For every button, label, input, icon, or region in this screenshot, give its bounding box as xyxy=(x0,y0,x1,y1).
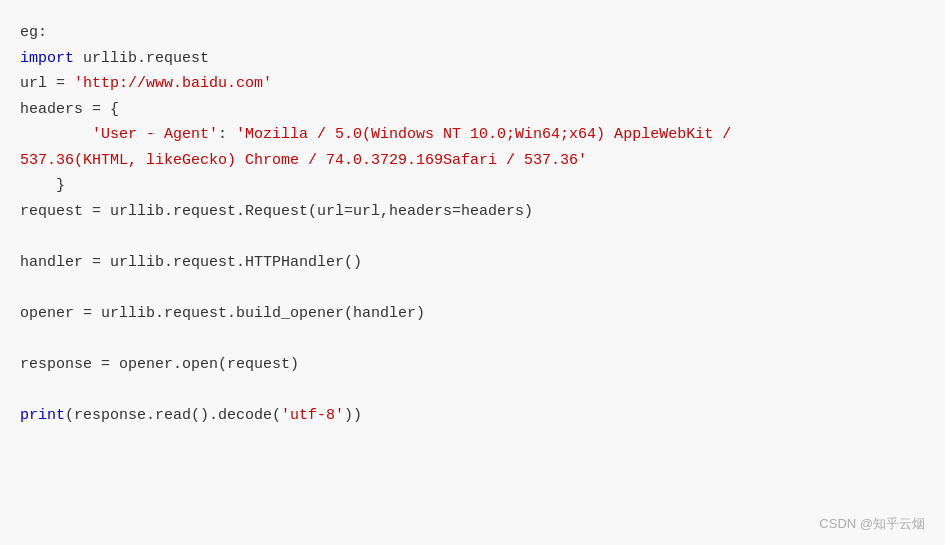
line-url: url = 'http://www.baidu.com' xyxy=(20,71,925,97)
watermark: CSDN @知乎云烟 xyxy=(819,515,925,533)
line-response: response = opener.open(request) xyxy=(20,352,925,378)
line-headers-open: headers = { xyxy=(20,97,925,123)
line-blank4 xyxy=(20,377,925,403)
line-user-agent: 'User - Agent': 'Mozilla / 5.0(Windows N… xyxy=(20,122,925,148)
code-container: eg: import urllib.request url = 'http://… xyxy=(0,0,945,545)
line-request: request = urllib.request.Request(url=url… xyxy=(20,199,925,225)
line-print: print(response.read().decode('utf-8')) xyxy=(20,403,925,429)
line-opener: opener = urllib.request.build_opener(han… xyxy=(20,301,925,327)
line-eg: eg: xyxy=(20,20,925,46)
line-blank1 xyxy=(20,224,925,250)
line-handler: handler = urllib.request.HTTPHandler() xyxy=(20,250,925,276)
line-blank3 xyxy=(20,326,925,352)
line-user-agent-cont: 537.36(KHTML, likeGecko) Chrome / 74.0.3… xyxy=(20,148,925,174)
line-import: import urllib.request xyxy=(20,46,925,72)
line-blank2 xyxy=(20,275,925,301)
line-headers-close: } xyxy=(20,173,925,199)
code-block: eg: import urllib.request url = 'http://… xyxy=(20,20,925,428)
